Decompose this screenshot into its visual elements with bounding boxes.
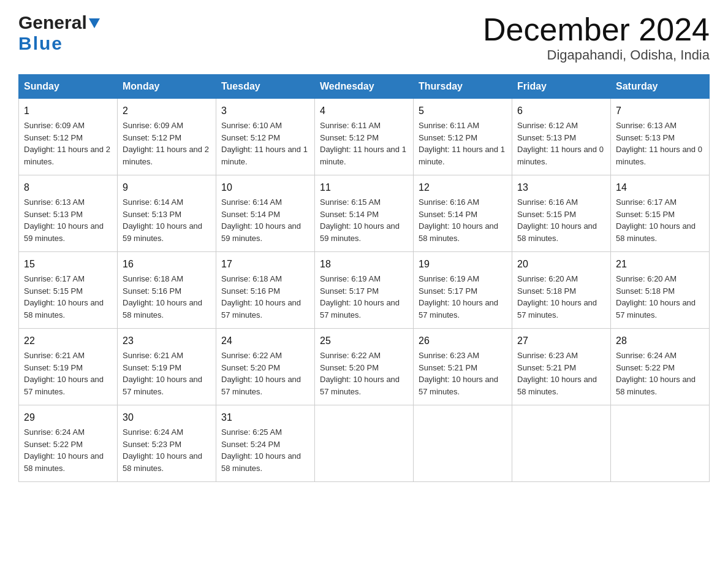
day-number: 4 (320, 104, 408, 118)
day-sunrise: Sunrise: 6:09 AM (123, 121, 183, 130)
day-number: 29 (24, 410, 112, 425)
day-sunrise: Sunrise: 6:12 AM (517, 121, 578, 130)
day-daylight: Daylight: 10 hours and 58 minutes. (123, 451, 202, 473)
day-sunrise: Sunrise: 6:14 AM (221, 197, 282, 207)
calendar-cell: 2 Sunrise: 6:09 AM Sunset: 5:12 PM Dayli… (118, 99, 216, 175)
calendar-cell: 8 Sunrise: 6:13 AM Sunset: 5:13 PM Dayli… (19, 175, 118, 252)
calendar-week-row: 8 Sunrise: 6:13 AM Sunset: 5:13 PM Dayli… (19, 175, 710, 252)
day-daylight: Daylight: 11 hours and 2 minutes. (24, 145, 110, 166)
weekday-header-thursday: Thursday (414, 75, 512, 99)
day-sunset: Sunset: 5:22 PM (616, 363, 675, 372)
day-daylight: Daylight: 11 hours and 0 minutes. (616, 145, 702, 166)
day-daylight: Daylight: 10 hours and 58 minutes. (616, 221, 696, 243)
day-daylight: Daylight: 10 hours and 57 minutes. (320, 298, 400, 320)
day-daylight: Daylight: 11 hours and 1 minute. (221, 145, 308, 166)
day-daylight: Daylight: 10 hours and 58 minutes. (419, 221, 498, 243)
day-number: 18 (320, 257, 408, 272)
calendar-cell: 24 Sunrise: 6:22 AM Sunset: 5:20 PM Dayl… (216, 329, 315, 405)
day-sunrise: Sunrise: 6:09 AM (24, 121, 85, 130)
calendar-cell: 14 Sunrise: 6:17 AM Sunset: 5:15 PM Dayl… (611, 175, 710, 252)
day-sunset: Sunset: 5:19 PM (24, 363, 83, 372)
day-daylight: Daylight: 10 hours and 57 minutes. (419, 375, 498, 396)
day-number: 24 (221, 334, 309, 348)
day-number: 12 (419, 180, 507, 195)
day-number: 1 (24, 104, 112, 118)
day-sunset: Sunset: 5:23 PM (123, 440, 181, 449)
logo: General Blue (18, 12, 100, 54)
day-sunset: Sunset: 5:12 PM (123, 133, 181, 142)
day-daylight: Daylight: 10 hours and 59 minutes. (221, 221, 301, 243)
logo-general-text: General (18, 12, 87, 33)
weekday-header-sunday: Sunday (19, 75, 118, 99)
day-sunset: Sunset: 5:15 PM (517, 210, 576, 219)
calendar-cell: 28 Sunrise: 6:24 AM Sunset: 5:22 PM Dayl… (611, 329, 710, 405)
day-number: 16 (123, 257, 211, 272)
day-sunset: Sunset: 5:13 PM (24, 210, 83, 219)
day-sunrise: Sunrise: 6:18 AM (123, 274, 183, 283)
day-sunrise: Sunrise: 6:20 AM (517, 274, 578, 283)
calendar-cell: 29 Sunrise: 6:24 AM Sunset: 5:22 PM Dayl… (19, 405, 118, 482)
day-daylight: Daylight: 10 hours and 58 minutes. (517, 221, 597, 243)
day-sunset: Sunset: 5:15 PM (616, 210, 675, 219)
day-number: 21 (616, 257, 704, 272)
calendar-cell: 1 Sunrise: 6:09 AM Sunset: 5:12 PM Dayli… (19, 99, 118, 175)
day-daylight: Daylight: 10 hours and 57 minutes. (320, 375, 400, 396)
calendar-week-row: 15 Sunrise: 6:17 AM Sunset: 5:15 PM Dayl… (19, 252, 710, 329)
day-sunset: Sunset: 5:18 PM (616, 286, 675, 296)
calendar-cell (512, 405, 611, 482)
day-sunrise: Sunrise: 6:18 AM (221, 274, 282, 283)
weekday-header-wednesday: Wednesday (315, 75, 414, 99)
day-number: 30 (123, 410, 211, 425)
day-daylight: Daylight: 11 hours and 2 minutes. (123, 145, 209, 166)
calendar-cell: 31 Sunrise: 6:25 AM Sunset: 5:24 PM Dayl… (216, 405, 315, 482)
day-sunrise: Sunrise: 6:13 AM (24, 197, 85, 207)
calendar-cell: 5 Sunrise: 6:11 AM Sunset: 5:12 PM Dayli… (414, 99, 512, 175)
day-number: 25 (320, 334, 408, 348)
day-daylight: Daylight: 10 hours and 57 minutes. (24, 375, 104, 396)
weekday-header-row: SundayMondayTuesdayWednesdayThursdayFrid… (19, 75, 710, 99)
day-daylight: Daylight: 10 hours and 58 minutes. (221, 451, 301, 473)
day-number: 2 (123, 104, 211, 118)
calendar-cell: 30 Sunrise: 6:24 AM Sunset: 5:23 PM Dayl… (118, 405, 216, 482)
calendar-cell: 25 Sunrise: 6:22 AM Sunset: 5:20 PM Dayl… (315, 329, 414, 405)
day-daylight: Daylight: 10 hours and 57 minutes. (221, 375, 301, 396)
day-sunrise: Sunrise: 6:24 AM (616, 351, 677, 360)
day-daylight: Daylight: 10 hours and 59 minutes. (320, 221, 400, 243)
day-number: 27 (517, 334, 605, 348)
day-sunset: Sunset: 5:20 PM (320, 363, 379, 372)
day-daylight: Daylight: 11 hours and 0 minutes. (517, 145, 604, 166)
calendar-cell: 19 Sunrise: 6:19 AM Sunset: 5:17 PM Dayl… (414, 252, 512, 329)
day-sunset: Sunset: 5:14 PM (221, 210, 280, 219)
day-daylight: Daylight: 10 hours and 58 minutes. (616, 375, 696, 396)
day-number: 10 (221, 180, 309, 195)
day-number: 17 (221, 257, 309, 272)
logo-blue-text: Blue (18, 33, 63, 54)
calendar-cell (611, 405, 710, 482)
page-header: General Blue December 2024 Digapahandi, … (18, 12, 710, 63)
day-daylight: Daylight: 10 hours and 57 minutes. (517, 298, 597, 320)
day-sunrise: Sunrise: 6:15 AM (320, 197, 381, 207)
day-sunset: Sunset: 5:13 PM (517, 133, 576, 142)
day-daylight: Daylight: 10 hours and 59 minutes. (123, 221, 202, 243)
calendar-cell: 27 Sunrise: 6:23 AM Sunset: 5:21 PM Dayl… (512, 329, 611, 405)
day-sunrise: Sunrise: 6:21 AM (123, 351, 183, 360)
calendar-cell: 4 Sunrise: 6:11 AM Sunset: 5:12 PM Dayli… (315, 99, 414, 175)
weekday-header-tuesday: Tuesday (216, 75, 315, 99)
day-sunset: Sunset: 5:21 PM (517, 363, 576, 372)
day-sunset: Sunset: 5:13 PM (123, 210, 181, 219)
day-number: 9 (123, 180, 211, 195)
day-number: 14 (616, 180, 704, 195)
day-sunset: Sunset: 5:16 PM (123, 286, 181, 296)
day-daylight: Daylight: 10 hours and 58 minutes. (24, 451, 104, 473)
calendar-cell: 16 Sunrise: 6:18 AM Sunset: 5:16 PM Dayl… (118, 252, 216, 329)
day-daylight: Daylight: 10 hours and 58 minutes. (123, 298, 202, 320)
weekday-header-monday: Monday (118, 75, 216, 99)
day-number: 20 (517, 257, 605, 272)
day-number: 5 (419, 104, 507, 118)
day-sunset: Sunset: 5:17 PM (419, 286, 477, 296)
calendar-cell: 10 Sunrise: 6:14 AM Sunset: 5:14 PM Dayl… (216, 175, 315, 252)
day-sunset: Sunset: 5:13 PM (616, 133, 675, 142)
logo-triangle-icon (89, 18, 100, 28)
day-daylight: Daylight: 11 hours and 1 minute. (419, 145, 505, 166)
day-number: 19 (419, 257, 507, 272)
